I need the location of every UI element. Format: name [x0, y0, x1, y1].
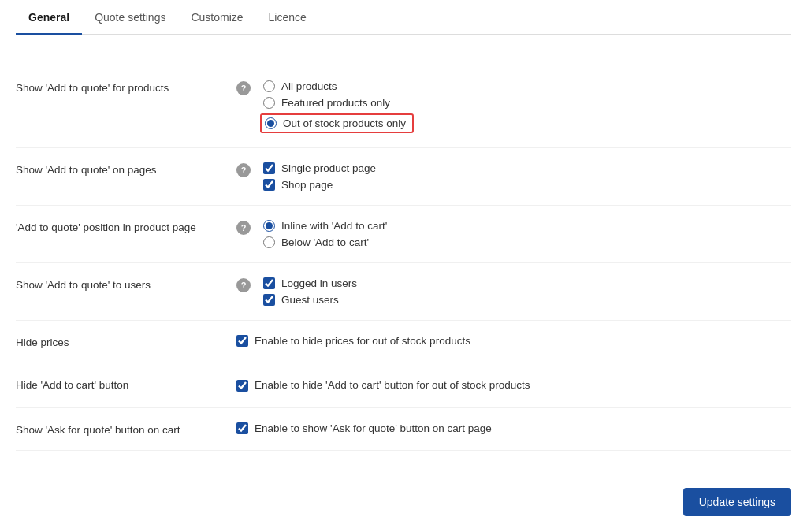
radio-input-out-of-stock[interactable]: [265, 117, 277, 129]
radio-input-all-products[interactable]: [263, 80, 275, 92]
help-icon-pages[interactable]: ?: [236, 163, 251, 177]
checkbox-input-single-product[interactable]: [263, 162, 275, 174]
radio-all-products[interactable]: All products: [263, 80, 414, 92]
setting-row-users: Show 'Add to quote' to users ? Logged in…: [16, 263, 791, 321]
checkbox-label-shop-page: Shop page: [281, 179, 333, 191]
checkbox-ask-quote-cart[interactable]: Enable to show 'Ask for quote' button on…: [236, 422, 492, 434]
setting-label-hide-prices: Hide prices: [16, 335, 236, 348]
checkbox-label-hide-prices: Enable to hide prices for out of stock p…: [255, 335, 470, 347]
setting-help-hide-cart-btn: Enable to hide 'Add to cart' button for …: [236, 378, 530, 393]
settings-section: Show 'Add to quote' for products ? All p…: [16, 58, 791, 459]
setting-controls-users: Logged in users Guest users: [263, 277, 357, 306]
checkbox-input-shop-page[interactable]: [263, 179, 275, 191]
setting-label-position: 'Add to quote' position in product page: [16, 220, 236, 233]
tab-customize[interactable]: Customize: [178, 0, 255, 35]
tab-general[interactable]: General: [16, 0, 82, 35]
radio-label-all-products: All products: [281, 80, 337, 92]
radio-label-featured-products: Featured products only: [281, 97, 390, 109]
checkbox-shop-page[interactable]: Shop page: [263, 179, 376, 191]
radio-input-featured-products[interactable]: [263, 97, 275, 109]
checkbox-input-hide-prices[interactable]: [236, 335, 248, 347]
setting-row-ask-quote-cart: Show 'Ask for quote' button on cart Enab…: [16, 408, 791, 451]
checkbox-label-guest-users: Guest users: [281, 294, 339, 306]
setting-controls-hide-cart-btn: Enable to hide 'Add to cart' button for …: [236, 378, 530, 393]
setting-row-products: Show 'Add to quote' for products ? All p…: [16, 66, 791, 148]
setting-help-ask-quote-cart: Enable to show 'Ask for quote' button on…: [236, 422, 492, 434]
setting-controls-ask-quote-cart: Enable to show 'Ask for quote' button on…: [236, 422, 492, 434]
radio-label-out-of-stock: Out of stock products only: [283, 117, 406, 129]
radio-input-below-cart[interactable]: [263, 236, 275, 248]
setting-row-hide-cart-btn: Hide 'Add to cart' button Enable to hide…: [16, 363, 791, 408]
setting-row-position: 'Add to quote' position in product page …: [16, 206, 791, 263]
checkbox-input-logged-in-users[interactable]: [263, 277, 275, 289]
setting-label-products: Show 'Add to quote' for products: [16, 80, 236, 94]
setting-help-products: ? All products Featured products only Ou…: [236, 80, 414, 133]
help-icon-products[interactable]: ?: [236, 81, 251, 95]
setting-label-pages: Show 'Add to quote' on pages: [16, 162, 236, 176]
setting-help-position: ? Inline with 'Add to cart' Below 'Add t…: [236, 220, 387, 248]
setting-row-pages: Show 'Add to quote' on pages ? Single pr…: [16, 148, 791, 206]
setting-label-hide-cart-btn: Hide 'Add to cart' button: [16, 378, 236, 391]
help-icon-users[interactable]: ?: [236, 278, 251, 292]
checkbox-input-ask-quote-cart[interactable]: [236, 422, 248, 434]
setting-label-users: Show 'Add to quote' to users: [16, 277, 236, 291]
setting-controls-hide-prices: Enable to hide prices for out of stock p…: [236, 335, 470, 347]
setting-controls-position: Inline with 'Add to cart' Below 'Add to …: [263, 220, 387, 248]
tabs-bar: General Quote settings Customize Licence: [16, 0, 791, 35]
radio-featured-products[interactable]: Featured products only: [263, 97, 414, 109]
setting-help-hide-prices: Enable to hide prices for out of stock p…: [236, 335, 470, 347]
update-settings-button[interactable]: Update settings: [683, 488, 791, 516]
checkbox-single-product[interactable]: Single product page: [263, 162, 376, 174]
setting-controls-pages: Single product page Shop page: [263, 162, 376, 191]
checkbox-input-hide-cart-btn[interactable]: [236, 380, 248, 392]
setting-help-pages: ? Single product page Shop page: [236, 162, 376, 191]
help-icon-position[interactable]: ?: [236, 221, 251, 235]
page-wrapper: General Quote settings Customize Licence…: [0, 0, 807, 532]
tab-licence[interactable]: Licence: [256, 0, 319, 35]
checkbox-label-single-product: Single product page: [281, 162, 376, 174]
setting-help-users: ? Logged in users Guest users: [236, 277, 357, 306]
checkbox-label-logged-in-users: Logged in users: [281, 277, 357, 289]
checkbox-input-guest-users[interactable]: [263, 294, 275, 306]
checkbox-label-hide-cart-btn: Enable to hide 'Add to cart' button for …: [255, 378, 530, 393]
checkbox-guest-users[interactable]: Guest users: [263, 294, 357, 306]
radio-label-below-cart: Below 'Add to cart': [281, 236, 369, 248]
radio-inline-cart[interactable]: Inline with 'Add to cart': [263, 220, 387, 232]
radio-out-of-stock[interactable]: Out of stock products only: [260, 113, 414, 133]
checkbox-label-ask-quote-cart: Enable to show 'Ask for quote' button on…: [255, 422, 492, 434]
checkbox-logged-in-users[interactable]: Logged in users: [263, 277, 357, 289]
checkbox-hide-cart-btn[interactable]: Enable to hide 'Add to cart' button for …: [236, 378, 530, 393]
setting-row-hide-prices: Hide prices Enable to hide prices for ou…: [16, 321, 791, 363]
tab-quote-settings[interactable]: Quote settings: [82, 0, 178, 35]
setting-label-ask-quote-cart: Show 'Ask for quote' button on cart: [16, 422, 236, 436]
checkbox-hide-prices[interactable]: Enable to hide prices for out of stock p…: [236, 335, 470, 347]
setting-controls-products: All products Featured products only Out …: [263, 80, 414, 133]
radio-label-inline-cart: Inline with 'Add to cart': [281, 220, 387, 232]
radio-below-cart[interactable]: Below 'Add to cart': [263, 236, 387, 248]
radio-input-inline-cart[interactable]: [263, 220, 275, 232]
